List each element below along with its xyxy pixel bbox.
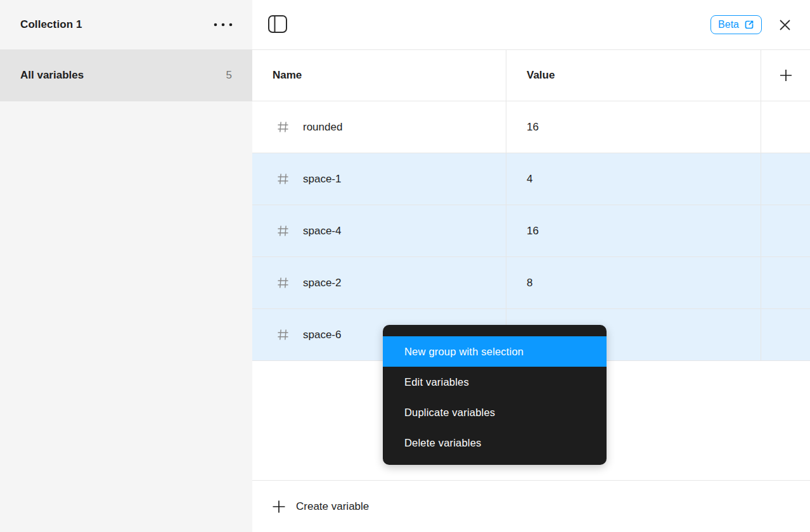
value-cell: 4 (506, 153, 761, 205)
extra-cell (761, 205, 810, 256)
column-label: Name (273, 69, 302, 82)
table-row[interactable]: space-4 16 (252, 205, 810, 257)
extra-cell (761, 101, 810, 153)
name-cell: space-2 (252, 257, 506, 308)
name-cell: space-4 (252, 205, 506, 256)
table-header: Name Value (252, 49, 810, 101)
sidebar-item-all-variables[interactable]: All variables 5 (0, 49, 252, 101)
variable-name: space-1 (303, 173, 341, 186)
value-cell: 16 (506, 205, 761, 256)
topbar-right: Beta (710, 0, 793, 49)
create-variable-button[interactable]: Create variable (271, 481, 369, 532)
menu-item-new-group[interactable]: New group with selection (383, 336, 607, 367)
plus-icon (271, 499, 286, 514)
value-cell: 8 (506, 257, 761, 308)
collection-header: Collection 1 (0, 0, 252, 49)
external-link-icon (744, 20, 754, 30)
create-variable-label: Create variable (296, 500, 369, 513)
hash-number-icon (277, 173, 289, 185)
variable-value: 4 (527, 173, 532, 186)
variable-value: 16 (527, 225, 539, 238)
column-header-extra (761, 50, 810, 101)
context-menu: New group with selection Edit variables … (383, 325, 607, 465)
hash-number-icon (277, 329, 289, 341)
column-header-name: Name (252, 50, 506, 101)
close-button[interactable] (777, 17, 793, 33)
add-mode-button[interactable] (776, 66, 795, 85)
variable-value: 8 (527, 277, 532, 289)
table-row[interactable]: space-2 8 (252, 257, 810, 309)
value-cell: 16 (506, 101, 761, 153)
collection-title: Collection 1 (20, 18, 82, 31)
extra-cell (761, 257, 810, 308)
menu-item-edit-variables[interactable]: Edit variables (383, 367, 607, 397)
column-header-value: Value (506, 50, 761, 101)
toggle-sidebar-button[interactable] (267, 14, 288, 34)
variable-name: space-4 (303, 225, 341, 238)
plus-icon (779, 68, 793, 82)
close-icon (778, 18, 792, 32)
ellipsis-icon (213, 23, 233, 27)
hash-number-icon (277, 277, 289, 289)
beta-badge[interactable]: Beta (710, 15, 762, 34)
variable-value: 16 (527, 121, 539, 134)
menu-item-duplicate-variables[interactable]: Duplicate variables (383, 397, 607, 428)
variables-panel: Collection 1 All variables 5 (0, 0, 810, 532)
variable-name: space-6 (303, 329, 341, 341)
panel-toggle-icon (268, 15, 287, 33)
beta-label: Beta (718, 19, 739, 30)
table-row[interactable]: space-1 4 (252, 153, 810, 205)
sidebar-item-label: All variables (20, 69, 84, 82)
collection-menu-button[interactable] (210, 19, 236, 30)
bottom-bar: Create variable (252, 480, 810, 532)
name-cell: space-1 (252, 153, 506, 205)
sidebar-item-count: 5 (226, 69, 232, 82)
variable-name: space-2 (303, 277, 341, 289)
column-label: Value (527, 69, 555, 82)
variable-name: rounded (303, 121, 342, 134)
name-cell: rounded (252, 101, 506, 153)
extra-cell (761, 309, 810, 360)
table-row[interactable]: rounded 16 (252, 101, 810, 153)
topbar: Beta (252, 0, 810, 49)
hash-number-icon (277, 121, 289, 133)
extra-cell (761, 153, 810, 205)
sidebar: Collection 1 All variables 5 (0, 0, 252, 532)
menu-item-delete-variables[interactable]: Delete variables (383, 428, 607, 458)
hash-number-icon (277, 225, 289, 237)
